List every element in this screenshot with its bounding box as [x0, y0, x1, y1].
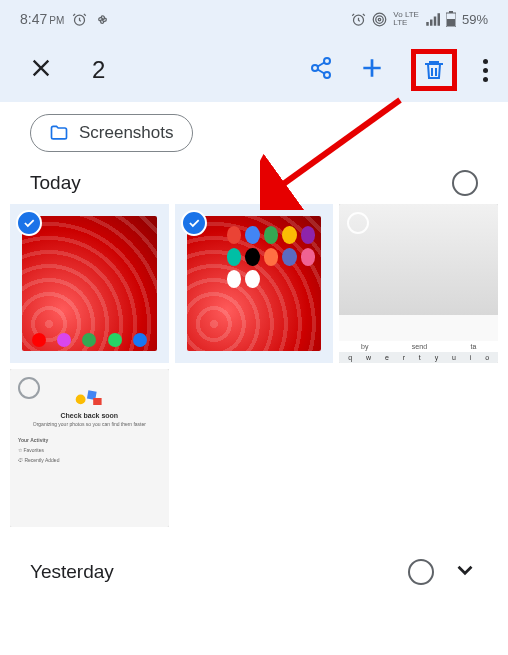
photo-1[interactable] — [10, 204, 169, 363]
section-header-yesterday: Yesterday — [0, 527, 508, 597]
folder-icon — [49, 123, 69, 143]
battery-pct: 59% — [462, 12, 488, 27]
signal-icon — [425, 12, 440, 27]
alarm2-icon — [351, 12, 366, 27]
svg-point-8 — [324, 58, 330, 64]
svg-point-10 — [324, 72, 330, 78]
expand-yesterday[interactable] — [452, 557, 478, 587]
status-bar: 8:47PM Vo LTELTE 59% — [0, 0, 508, 38]
battery-icon — [446, 11, 456, 27]
chip-screenshots[interactable]: Screenshots — [30, 114, 193, 152]
svg-point-9 — [312, 65, 318, 71]
hotspot-icon — [372, 12, 387, 27]
selection-bar: 2 — [0, 38, 508, 102]
photo-grid: by send ta qwertyuio Check back soon Org… — [0, 204, 508, 527]
status-time: 8:47PM — [20, 11, 64, 27]
chevron-down-icon — [452, 557, 478, 583]
plus-icon — [359, 55, 385, 81]
section-title-today: Today — [30, 172, 81, 194]
svg-point-3 — [376, 15, 384, 23]
close-icon — [30, 57, 52, 79]
chip-label: Screenshots — [79, 123, 174, 143]
photo-2[interactable] — [175, 204, 334, 363]
status-right: Vo LTELTE 59% — [351, 11, 488, 27]
svg-rect-6 — [449, 11, 453, 13]
photo-3[interactable]: by send ta qwertyuio — [339, 204, 498, 363]
selection-actions — [309, 49, 488, 91]
share-button[interactable] — [309, 56, 333, 84]
unselected-ring — [18, 377, 40, 399]
svg-point-11 — [76, 394, 86, 404]
shapes-icon — [75, 389, 103, 407]
section-title-yesterday: Yesterday — [30, 561, 390, 583]
fan-icon — [95, 12, 110, 27]
status-left: 8:47PM — [20, 11, 110, 27]
svg-rect-13 — [94, 398, 102, 405]
overflow-button[interactable] — [483, 59, 488, 82]
svg-point-2 — [379, 18, 382, 21]
share-icon — [309, 56, 333, 80]
photo-4[interactable]: Check back soon Organizing your photos s… — [10, 369, 169, 528]
trash-icon — [422, 58, 446, 82]
select-all-today[interactable] — [452, 170, 478, 196]
svg-rect-7 — [447, 19, 455, 26]
delete-button[interactable] — [411, 49, 457, 91]
section-header-today: Today — [0, 158, 508, 204]
selection-count: 2 — [92, 56, 105, 84]
add-button[interactable] — [359, 55, 385, 85]
close-button[interactable] — [30, 55, 52, 86]
select-all-yesterday[interactable] — [408, 559, 434, 585]
filter-row: Screenshots — [0, 102, 508, 158]
check-icon — [181, 210, 207, 236]
check-icon — [16, 210, 42, 236]
alarm-icon — [72, 12, 87, 27]
lte-icon: Vo LTELTE — [393, 11, 419, 27]
